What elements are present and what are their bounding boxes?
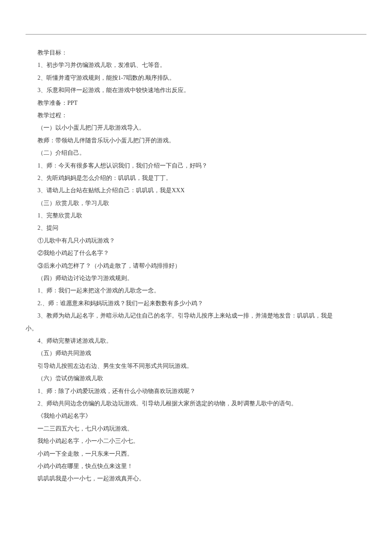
text-line: 引导幼儿按照左边右边、男生女生等不同形式共同玩游戏。: [26, 360, 366, 372]
text-line: 4、师幼完整讲述游戏儿歌。: [26, 335, 366, 347]
text-line: 2、听懂并遵守游戏规则，能按1-7唱数的.顺序排队。: [26, 72, 366, 84]
text-line: 1、初步学习并仿编游戏儿歌，发准叽、七等音。: [26, 59, 366, 71]
text-line: 2、先听鸡妈妈是怎么介绍的：叽叽叽，我是丁丁。: [26, 172, 366, 184]
text-line: 3、教师为幼儿起名字，并暗示幼儿记住自己的名字。引导幼儿按序上来站成一排，并清楚…: [26, 309, 366, 322]
text-line: （三）欣赏儿歌，学习儿歌: [26, 197, 366, 209]
text-line: 2、师幼共同边念仿编的儿歌边玩游戏。引导幼儿根据大家所选定的动物，及时调整儿歌中…: [26, 397, 366, 410]
text-line: 1、师：我们一起来把这个游戏的儿歌念一念。: [26, 284, 366, 297]
text-line: 教师：带领幼儿伴随音乐玩小小蛋儿把门开的游戏。: [26, 134, 366, 147]
text-line: （二）介绍自己。: [26, 147, 366, 159]
text-line: （一）以小小蛋儿把门开儿歌游戏导入。: [26, 121, 366, 134]
text-line: ①儿歌中有几只小鸡玩游戏？: [26, 234, 366, 247]
text-line: 2.、师：谁愿意来和妈妈玩游戏？我们一起来数数有多少小鸡？: [26, 297, 366, 309]
text-line: 一二三四五六七，七只小鸡玩游戏。: [26, 422, 366, 435]
text-line: （六）尝试仿编游戏儿歌: [26, 372, 366, 384]
text-line: ③后来小鸡怎样了？（小鸡走散了，请帮小鸡排排好）: [26, 260, 366, 272]
text-line: 小。: [26, 322, 366, 335]
text-line: 教学过程：: [26, 109, 366, 121]
text-line: 叽叽叽我是小一小七，一起游戏真开心。: [26, 472, 366, 485]
text-line: 1、完整欣赏儿歌: [26, 209, 366, 222]
text-line: 小鸡小鸡在哪里，快点快点来这里！: [26, 460, 366, 472]
text-line: 小鸡一下全走散，一只东来一只西。: [26, 448, 366, 460]
text-line: 3、请幼儿上台站在贴纸上介绍自己：叽叽叽，我是XXX: [26, 184, 366, 197]
text-line: 我给小鸡起名字，小一小二小三小七。: [26, 435, 366, 447]
text-line: ②我给小鸡起了什么名字？: [26, 247, 366, 259]
text-line: （四）师幼边讨论边学习游戏规则。: [26, 272, 366, 284]
text-line: 2、提问: [26, 222, 366, 234]
document-content: 教学目标： 1、初步学习并仿编游戏儿歌，发准叽、七等音。 2、听懂并遵守游戏规则…: [26, 46, 366, 485]
horizontal-divider: [26, 34, 366, 35]
text-line: 《我给小鸡起名字》: [26, 410, 366, 422]
text-line: 教学目标：: [26, 46, 366, 59]
text-line: 3、乐意和同伴一起游戏，能在游戏中较快速地作出反应。: [26, 84, 366, 96]
text-line: （五）师幼共同游戏: [26, 347, 366, 359]
text-line: 1、师：今天有很多客人想认识我们，我们介绍一下自己，好吗？: [26, 159, 366, 172]
text-line: 1、师：除了小鸡爱玩游戏，还有什么小动物喜欢玩游戏呢？: [26, 385, 366, 397]
text-line: 教学准备：PPT: [26, 97, 366, 109]
